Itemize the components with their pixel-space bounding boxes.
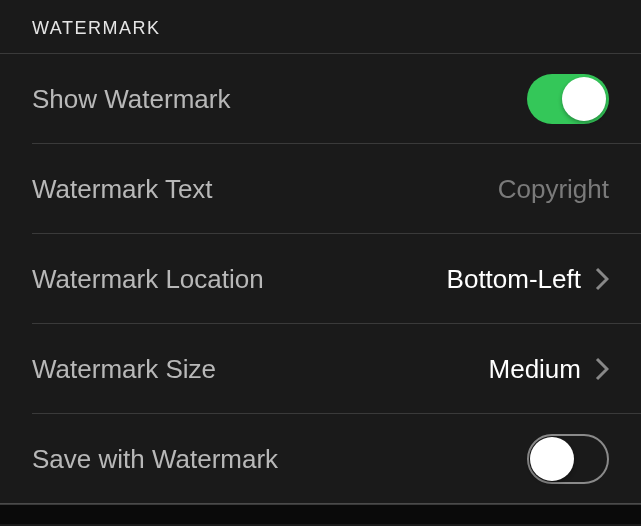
row-label: Watermark Text: [32, 174, 213, 205]
row-watermark-text[interactable]: Watermark Text Copyright: [0, 144, 641, 234]
row-save-with-watermark[interactable]: Save with Watermark: [0, 414, 641, 504]
row-label: Watermark Size: [32, 354, 216, 385]
row-show-watermark[interactable]: Show Watermark: [0, 54, 641, 144]
watermark-size-value: Medium: [489, 354, 581, 385]
settings-list: Show Watermark Watermark Text Copyright …: [0, 54, 641, 504]
row-label: Save with Watermark: [32, 444, 278, 475]
chevron-right-icon: [595, 357, 609, 381]
row-watermark-size[interactable]: Watermark Size Medium: [0, 324, 641, 414]
toggle-knob: [530, 437, 574, 481]
bottom-bar: [0, 504, 641, 524]
show-watermark-toggle[interactable]: [527, 74, 609, 124]
row-watermark-location[interactable]: Watermark Location Bottom-Left: [0, 234, 641, 324]
toggle-knob: [562, 77, 606, 121]
section-header-watermark: WATERMARK: [0, 0, 641, 54]
row-label: Show Watermark: [32, 84, 230, 115]
chevron-right-icon: [595, 267, 609, 291]
row-label: Watermark Location: [32, 264, 264, 295]
watermark-text-value: Copyright: [498, 174, 609, 205]
save-with-watermark-toggle[interactable]: [527, 434, 609, 484]
watermark-location-value: Bottom-Left: [447, 264, 581, 295]
